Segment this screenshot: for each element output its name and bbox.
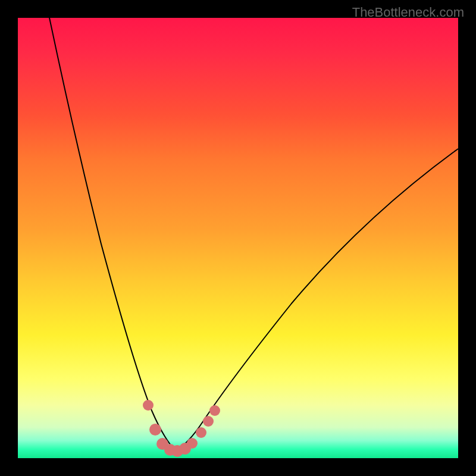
plot-area — [18, 18, 458, 458]
gradient-background — [18, 18, 458, 458]
watermark-text: TheBottleneck.com — [352, 5, 464, 20]
